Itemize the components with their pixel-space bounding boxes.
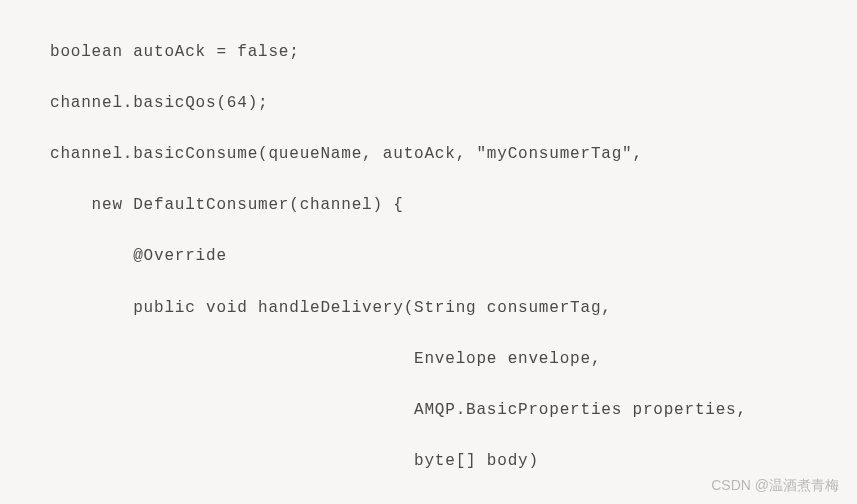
code-line: @Override bbox=[50, 244, 857, 270]
code-line: public void handleDelivery(String consum… bbox=[50, 296, 857, 322]
code-block: boolean autoAck = false; channel.basicQo… bbox=[50, 14, 857, 504]
code-line: boolean autoAck = false; bbox=[50, 40, 857, 66]
code-line: AMQP.BasicProperties properties, bbox=[50, 398, 857, 424]
code-line: channel.basicQos(64); bbox=[50, 91, 857, 117]
code-line: new DefaultConsumer(channel) { bbox=[50, 193, 857, 219]
code-line: channel.basicConsume(queueName, autoAck,… bbox=[50, 142, 857, 168]
code-line: Envelope envelope, bbox=[50, 347, 857, 373]
code-line: throws IOException bbox=[50, 500, 857, 504]
code-line: byte[] body) bbox=[50, 449, 857, 475]
watermark-text: CSDN @温酒煮青梅 bbox=[711, 474, 839, 496]
